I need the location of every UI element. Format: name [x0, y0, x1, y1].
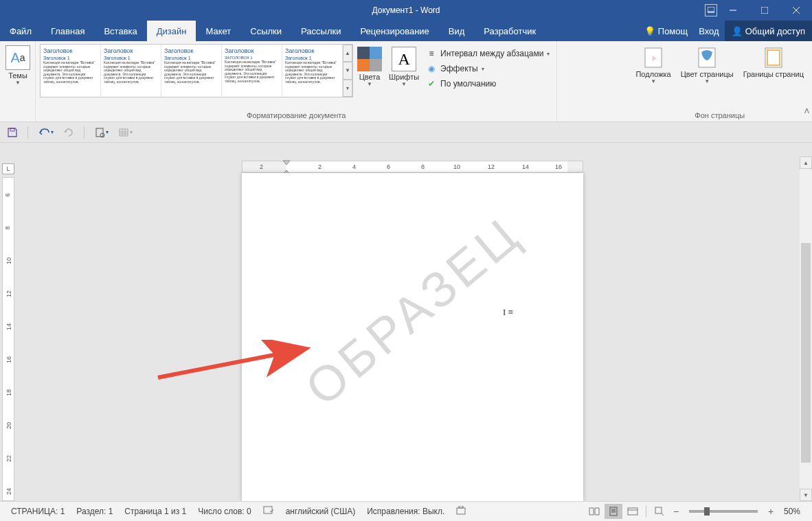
print-preview-button[interactable]: ▾: [94, 127, 109, 138]
style-preset-5[interactable]: Заголовок Заголовок 1 Коллекция на вклад…: [282, 45, 343, 97]
themes-icon: Aa: [5, 45, 30, 70]
quick-access-toolbar: ▾ ▾ ▾: [0, 122, 812, 143]
status-words[interactable]: Число слов: 0: [192, 507, 257, 516]
paragraph-spacing-button[interactable]: ≡ Интервал между абзацами ▾: [423, 47, 552, 60]
status-macro-icon[interactable]: [451, 506, 472, 518]
print-layout-button[interactable]: [605, 504, 622, 519]
zoom-slider-thumb[interactable]: [704, 507, 710, 516]
tab-view[interactable]: Вид: [439, 21, 475, 41]
page-color-icon: [696, 47, 718, 69]
tab-review[interactable]: Рецензирование: [350, 21, 438, 41]
style-preset-2[interactable]: Заголовок Заголовок 1 Коллекция на вклад…: [101, 45, 161, 97]
gallery-more[interactable]: ▾: [343, 80, 352, 97]
document-formatting-gallery[interactable]: Заголовок Заголовок 1 Коллекция на вклад…: [40, 44, 353, 97]
status-page[interactable]: СТРАНИЦА: 1: [5, 507, 71, 516]
effects-icon: ◉: [426, 63, 437, 74]
status-spellcheck-icon[interactable]: [258, 506, 280, 518]
vertical-ruler[interactable]: 6 8 10 12 14 16 18 20 22 24: [2, 177, 14, 501]
tell-me-label: Помощ: [658, 26, 688, 36]
tab-insert[interactable]: Вставка: [94, 21, 146, 41]
checkmark-icon: ✔: [426, 78, 437, 89]
horizontal-ruler[interactable]: 2 2 4 6 8 10 12 14 16: [242, 161, 583, 173]
redo-button[interactable]: [63, 127, 74, 138]
page-bg-group-label: Фон страницы: [631, 109, 808, 121]
tab-design[interactable]: Дизайн: [147, 21, 196, 41]
share-button[interactable]: 👤 Общий доступ: [725, 21, 812, 41]
tab-file[interactable]: Файл: [0, 21, 41, 41]
zoom-slider[interactable]: [689, 510, 758, 513]
svg-rect-13: [457, 508, 465, 514]
vertical-scrollbar[interactable]: ▲ ▼: [800, 157, 812, 501]
share-label: Общий доступ: [745, 26, 805, 36]
svg-rect-14: [459, 506, 463, 508]
close-button[interactable]: [780, 0, 812, 21]
set-default-label: По умолчанию: [440, 79, 496, 89]
gallery-scroll-down[interactable]: ▼: [343, 62, 352, 79]
tab-mailings[interactable]: Рассылки: [291, 21, 350, 41]
ribbon-tabs: Файл Главная Вставка Дизайн Макет Ссылки…: [0, 21, 812, 41]
tab-developer[interactable]: Разработчик: [474, 21, 545, 41]
svg-rect-12: [264, 507, 272, 513]
gallery-scroll-up[interactable]: ▲: [343, 45, 352, 62]
tab-home[interactable]: Главная: [41, 21, 94, 41]
status-page-of[interactable]: Страница 1 из 1: [119, 507, 192, 516]
page-borders-icon: [763, 47, 785, 69]
page[interactable]: ОБРАЗЕЦ I ≡: [242, 173, 583, 501]
scroll-thumb[interactable]: [801, 243, 811, 463]
save-button[interactable]: [7, 127, 18, 138]
zoom-in-button[interactable]: +: [765, 506, 777, 517]
tell-me-search[interactable]: 💡 Помощ: [639, 26, 693, 36]
style-preset-4[interactable]: Заголовок ЗАГОЛОВОК 1 Коллекция на вклад…: [222, 45, 282, 97]
effects-label: Эффекты: [440, 64, 478, 73]
svg-rect-15: [610, 507, 617, 516]
zoom-level[interactable]: 50%: [778, 507, 807, 516]
ribbon-display-options-icon[interactable]: [705, 4, 717, 16]
fonts-button[interactable]: A Шрифты ▼: [386, 44, 422, 90]
svg-rect-1: [761, 7, 768, 14]
page-color-button[interactable]: Цвет страницы ▼: [677, 44, 738, 87]
chevron-down-icon: ▾: [547, 51, 550, 57]
colors-button[interactable]: Цвета ▼: [354, 44, 385, 90]
status-section[interactable]: Раздел: 1: [71, 507, 119, 516]
svg-rect-16: [628, 508, 638, 515]
status-track-changes[interactable]: Исправления: Выкл.: [361, 507, 451, 516]
style-preset-1[interactable]: Заголовок Заголовок 1 Коллекция на вклад…: [41, 45, 101, 97]
chevron-down-icon: ▼: [15, 80, 21, 86]
watermark-button[interactable]: A Подложка ▼: [631, 44, 675, 87]
undo-button[interactable]: ▾: [38, 127, 54, 138]
chevron-down-icon: ▼: [401, 81, 407, 87]
colors-label: Цвета: [359, 73, 381, 81]
tab-references[interactable]: Ссылки: [240, 21, 291, 41]
svg-rect-8: [96, 128, 103, 137]
lightbulb-icon: 💡: [644, 26, 655, 36]
effects-button[interactable]: ◉ Эффекты ▾: [423, 62, 552, 76]
page-borders-button[interactable]: Границы страниц: [739, 44, 808, 81]
themes-button[interactable]: Aa Темы ▼: [4, 44, 32, 87]
set-default-button[interactable]: ✔ По умолчанию: [423, 77, 552, 91]
chevron-down-icon: ▼: [367, 81, 372, 87]
maximize-button[interactable]: [749, 0, 780, 21]
status-language[interactable]: английский (США): [280, 507, 361, 516]
svg-rect-17: [655, 507, 662, 513]
table-button[interactable]: ▾: [118, 127, 133, 138]
zoom-out-button[interactable]: −: [670, 506, 682, 517]
fonts-label: Шрифты: [389, 73, 419, 81]
scroll-down-button[interactable]: ▼: [800, 489, 812, 501]
style-preset-3[interactable]: Заголовок Заголовок 1 Коллекция на вклад…: [161, 45, 222, 97]
svg-rect-10: [120, 129, 128, 136]
zoom-dialog-icon[interactable]: [651, 504, 668, 519]
watermark-label: Подложка: [635, 70, 670, 78]
title-bar: Документ1 - Word: [0, 0, 812, 21]
collapse-ribbon-icon[interactable]: ᐱ: [804, 107, 809, 115]
paragraph-spacing-icon: ≡: [426, 48, 437, 59]
sign-in-button[interactable]: Вход: [693, 21, 724, 41]
fonts-icon: A: [392, 47, 416, 71]
minimize-button[interactable]: [717, 0, 749, 21]
web-layout-button[interactable]: [624, 504, 642, 519]
svg-rect-0: [708, 7, 714, 12]
tab-layout[interactable]: Макет: [196, 21, 240, 41]
text-cursor-icon: I ≡: [503, 307, 513, 318]
tab-selector[interactable]: L: [2, 163, 14, 174]
scroll-up-button[interactable]: ▲: [800, 157, 812, 169]
read-mode-button[interactable]: [585, 504, 603, 519]
